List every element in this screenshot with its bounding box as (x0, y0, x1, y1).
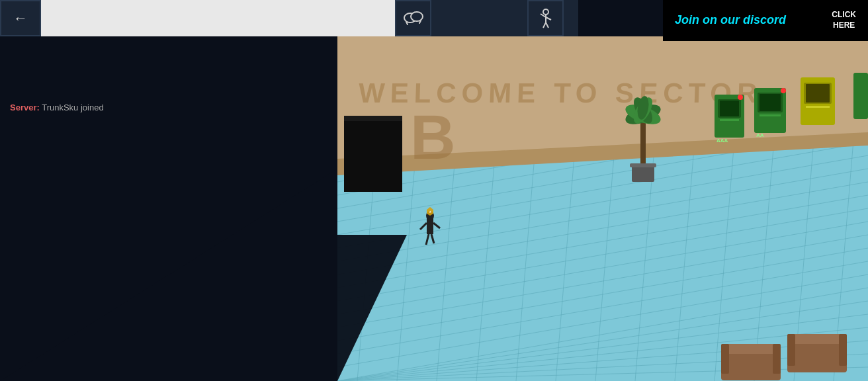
svg-rect-79 (721, 344, 781, 354)
search-input[interactable] (41, 0, 395, 36)
svg-rect-52 (630, 163, 656, 167)
emote-button[interactable] (527, 0, 564, 36)
svg-rect-84 (787, 334, 795, 366)
toolbar-spacer (431, 0, 527, 36)
svg-point-89 (411, 12, 423, 21)
back-button[interactable]: ← (0, 0, 41, 36)
svg-rect-80 (721, 344, 729, 374)
game-area: WELCOME TO SECTOR B AAA AA (0, 0, 868, 381)
svg-rect-62 (760, 114, 781, 116)
svg-point-90 (543, 9, 548, 15)
svg-rect-61 (760, 94, 781, 111)
svg-rect-85 (839, 334, 847, 366)
svg-rect-68 (806, 106, 830, 108)
chat-button[interactable] (395, 0, 431, 36)
svg-rect-42 (344, 116, 402, 192)
chat-icon (404, 9, 423, 28)
emote-icon (537, 8, 555, 29)
svg-rect-51 (632, 165, 654, 182)
back-arrow-icon: ← (13, 10, 28, 27)
svg-line-94 (543, 22, 546, 28)
svg-rect-70 (427, 218, 433, 234)
svg-line-93 (546, 17, 551, 20)
svg-rect-82 (787, 341, 847, 372)
svg-point-57 (738, 95, 743, 100)
server-label: Server: (10, 103, 40, 112)
svg-rect-78 (721, 351, 781, 380)
click-here-text: CLICKHERE (832, 10, 856, 30)
discord-banner[interactable]: Join on our discord CLICKHERE (663, 0, 868, 41)
svg-rect-56 (720, 119, 739, 121)
svg-text:B: B (410, 102, 456, 172)
svg-rect-81 (773, 344, 781, 374)
svg-rect-69 (853, 73, 868, 119)
svg-rect-83 (787, 334, 847, 344)
server-message: Server: TrunkSku joined (10, 103, 104, 112)
svg-point-63 (781, 88, 786, 93)
game-world: WELCOME TO SECTOR B AAA AA (0, 36, 868, 381)
svg-text:AAA: AAA (716, 138, 728, 144)
svg-rect-67 (806, 84, 830, 103)
svg-line-95 (546, 22, 548, 28)
svg-text:AA: AA (756, 132, 764, 138)
toolbar-end (564, 0, 578, 36)
server-message-text: TrunkSku joined (42, 103, 103, 112)
svg-rect-43 (344, 116, 402, 121)
discord-join-text: Join on our discord (675, 13, 786, 28)
svg-rect-55 (720, 101, 739, 116)
